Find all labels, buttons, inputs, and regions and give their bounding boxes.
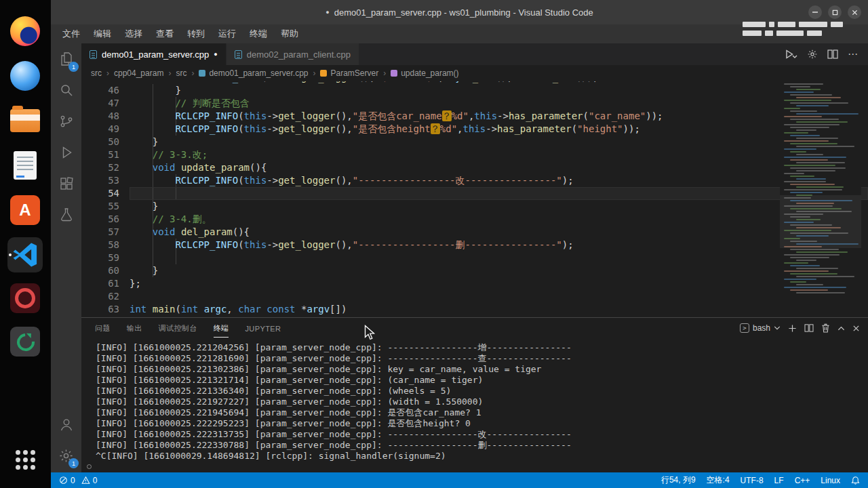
tab-dirty-dot-icon[interactable]: ● bbox=[214, 51, 217, 58]
dock-software-updater[interactable] bbox=[7, 324, 43, 359]
split-terminal-icon[interactable] bbox=[804, 324, 814, 332]
testing-icon[interactable] bbox=[51, 199, 81, 230]
menu-item-7[interactable]: 帮助 bbox=[275, 26, 304, 42]
minimize-button[interactable] bbox=[808, 5, 822, 19]
dock-vscode[interactable] bbox=[7, 237, 43, 272]
dock-firefox[interactable] bbox=[7, 14, 43, 49]
line-number[interactable]: 47 bbox=[81, 97, 119, 110]
code-line-63[interactable]: 63int main(int argc, char const *argv[]) bbox=[81, 303, 868, 316]
line-number[interactable]: 49 bbox=[81, 123, 119, 136]
menu-item-5[interactable]: 运行 bbox=[212, 26, 242, 42]
menu-item-1[interactable]: 编辑 bbox=[87, 26, 117, 42]
status-item-1[interactable]: 空格:4 bbox=[707, 474, 730, 486]
panel-tab-1[interactable]: 输出 bbox=[127, 319, 142, 337]
line-number[interactable]: 58 bbox=[81, 239, 119, 251]
notifications-bell-icon[interactable] bbox=[851, 476, 860, 485]
code-line-57[interactable]: 57 void del_param(){ bbox=[81, 226, 868, 239]
code-line-56[interactable]: 56 // 3-4.删。 bbox=[81, 213, 868, 226]
dock-show-applications[interactable] bbox=[7, 442, 43, 477]
code-line-55[interactable]: 55 } bbox=[81, 200, 868, 213]
dock-screen-recorder[interactable] bbox=[7, 281, 43, 316]
code-line-54[interactable]: 54 bbox=[81, 187, 868, 200]
code-line-59[interactable]: 59 bbox=[81, 251, 868, 264]
more-actions-icon[interactable]: ⋯ bbox=[848, 48, 859, 60]
line-number[interactable]: 59 bbox=[81, 251, 119, 264]
dock-web-browser[interactable] bbox=[7, 58, 43, 94]
terminal-shell-selector[interactable]: > bash bbox=[740, 323, 781, 333]
line-number[interactable]: 50 bbox=[81, 136, 119, 148]
line-number[interactable]: 62 bbox=[81, 290, 119, 303]
code-line-61[interactable]: 61}; bbox=[81, 277, 868, 290]
menu-item-3[interactable]: 查看 bbox=[150, 26, 180, 42]
editor-settings-icon[interactable] bbox=[807, 49, 818, 60]
breadcrumb-item-1[interactable]: cpp04_param bbox=[114, 68, 163, 78]
code-line-46[interactable]: 46 } bbox=[81, 84, 868, 97]
panel-tab-0[interactable]: 问题 bbox=[95, 319, 111, 337]
line-number[interactable]: 56 bbox=[81, 213, 119, 226]
new-terminal-icon[interactable] bbox=[788, 324, 797, 333]
terminal-output[interactable]: [INFO] [1661000025.221204256] [param_ser… bbox=[96, 342, 861, 472]
dock-file-manager[interactable] bbox=[7, 103, 43, 138]
line-number[interactable]: 48 bbox=[81, 110, 119, 123]
line-number[interactable]: 52 bbox=[81, 161, 119, 174]
close-panel-icon[interactable] bbox=[852, 325, 860, 332]
kill-terminal-trash-icon[interactable] bbox=[821, 323, 830, 333]
line-number[interactable]: 53 bbox=[81, 174, 119, 187]
panel-tab-3[interactable]: 终端 bbox=[214, 319, 229, 338]
menu-item-2[interactable]: 选择 bbox=[119, 26, 149, 42]
split-editor-icon[interactable] bbox=[827, 49, 838, 59]
close-button[interactable] bbox=[848, 5, 861, 19]
line-number[interactable]: 63 bbox=[81, 303, 119, 316]
code-line-48[interactable]: 48 RCLCPP_INFO(this->get_logger(),"是否包含c… bbox=[81, 110, 868, 123]
status-item-0[interactable]: 行54, 列9 bbox=[661, 474, 696, 486]
maximize-panel-icon[interactable] bbox=[837, 325, 845, 331]
status-item-2[interactable]: UTF-8 bbox=[741, 476, 764, 485]
run-file-button[interactable] bbox=[785, 49, 797, 60]
code-line-47[interactable]: 47 // 判断是否包含 bbox=[81, 97, 868, 110]
panel-tab-4[interactable]: JUPYTER bbox=[245, 321, 281, 336]
line-number[interactable]: 54 bbox=[81, 187, 119, 200]
line-number[interactable]: 57 bbox=[81, 226, 119, 239]
panel-tab-2[interactable]: 调试控制台 bbox=[159, 319, 197, 337]
code-line-60[interactable]: 60 } bbox=[81, 264, 868, 277]
breadcrumb-item-2[interactable]: src bbox=[176, 68, 186, 78]
maximize-button[interactable] bbox=[828, 5, 842, 19]
tab-demo02-param-client[interactable]: demo02_param_client.cpp bbox=[226, 43, 359, 65]
line-number[interactable]: 60 bbox=[81, 264, 119, 277]
breadcrumb-item-5[interactable]: update_param() bbox=[391, 68, 458, 78]
code-editor[interactable]: 45 RCLCPP_INFO(this->get_logger(),"(%s =… bbox=[81, 81, 868, 317]
status-item-4[interactable]: C++ bbox=[795, 476, 810, 485]
explorer-icon[interactable]: 1 bbox=[51, 43, 81, 75]
run-and-debug-icon[interactable] bbox=[51, 137, 81, 168]
code-line-51[interactable]: 51 // 3-3.改; bbox=[81, 148, 868, 161]
extensions-icon[interactable] bbox=[51, 168, 81, 199]
line-number[interactable]: 51 bbox=[81, 148, 119, 161]
search-icon[interactable] bbox=[51, 75, 81, 106]
line-number[interactable]: 55 bbox=[81, 200, 119, 213]
code-line-50[interactable]: 50 } bbox=[81, 136, 868, 148]
problems-indicator[interactable]: 0 0 bbox=[59, 476, 97, 485]
minimap[interactable] bbox=[780, 81, 861, 317]
accounts-icon[interactable] bbox=[51, 409, 81, 440]
settings-gear-icon[interactable]: 1 bbox=[51, 440, 81, 471]
code-line-62[interactable]: 62 bbox=[81, 290, 868, 303]
status-item-5[interactable]: Linux bbox=[821, 476, 840, 485]
menu-item-6[interactable]: 终端 bbox=[243, 26, 273, 42]
dock-ubuntu-software[interactable] bbox=[7, 192, 43, 228]
menu-item-4[interactable]: 转到 bbox=[181, 26, 211, 42]
menu-item-0[interactable]: 文件 bbox=[56, 26, 86, 42]
tab-demo01-param-server[interactable]: demo01_param_server.cpp ● bbox=[81, 43, 226, 65]
terminal-prompt[interactable]: ros2@ros2VB:~/ws01_plumbing$ bbox=[96, 462, 861, 472]
line-number[interactable]: 46 bbox=[81, 84, 119, 97]
dock-text-editor[interactable] bbox=[7, 148, 43, 183]
line-number[interactable]: 61 bbox=[81, 277, 119, 290]
breadcrumb-item-4[interactable]: ParamServer bbox=[320, 68, 378, 78]
code-line-58[interactable]: 58 RCLCPP_INFO(this->get_logger(),"-----… bbox=[81, 239, 868, 251]
code-line-49[interactable]: 49 RCLCPP_INFO(this->get_logger(),"是否包含h… bbox=[81, 123, 868, 136]
source-control-icon[interactable] bbox=[51, 106, 81, 137]
breadcrumb-item-0[interactable]: src bbox=[91, 68, 102, 78]
code-line-52[interactable]: 52 void update_param(){ bbox=[81, 161, 868, 174]
status-item-3[interactable]: LF bbox=[774, 476, 784, 485]
code-line-53[interactable]: 53 RCLCPP_INFO(this->get_logger(),"-----… bbox=[81, 174, 868, 187]
breadcrumb-item-3[interactable]: demo01_param_server.cpp bbox=[199, 68, 308, 78]
